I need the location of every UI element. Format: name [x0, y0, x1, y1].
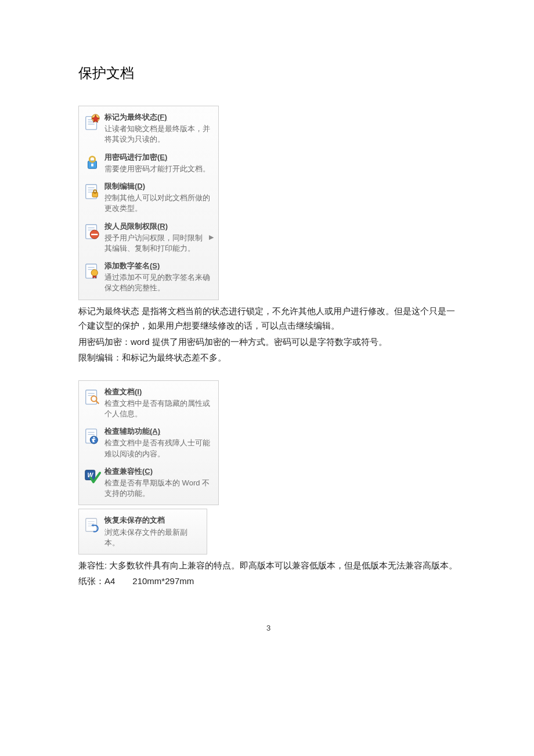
- menu-item-restrict-permission[interactable]: 按人员限制权限(R) 授予用户访问权限，同时限制其编辑、复制和打印能力。 ▶: [79, 218, 218, 258]
- restrict-edit-icon: [84, 182, 101, 200]
- paragraph: 纸张：A4 210mm*297mm: [78, 574, 459, 589]
- mark-final-icon: [84, 113, 101, 131]
- svg-point-32: [93, 437, 95, 439]
- menu-item-restrict-edit[interactable]: 限制编辑(D) 控制其他人可以对此文档所做的更改类型。: [79, 178, 218, 218]
- menu-item-mark-final[interactable]: 标记为最终状态(F) 让读者知晓文档是最终版本，并将其设为只读的。: [79, 109, 218, 149]
- paragraph: 用密码加密：word 提供了用密码加密的一种方式。密码可以是字符数字或符号。: [78, 334, 459, 350]
- menu-title: 恢复未保存的文档: [104, 515, 202, 525]
- menu-desc: 需要使用密码才能打开此文档。: [104, 164, 214, 174]
- paragraph: 标记为最终状态 是指将文档当前的状态进行锁定，不允许其他人或用户进行修改。但是这…: [78, 304, 459, 333]
- menu-title: 检查文档(I): [104, 387, 214, 397]
- svg-rect-6: [89, 156, 95, 161]
- accessibility-icon: [84, 427, 101, 445]
- menu-desc: 检查是否有早期版本的 Word 不支持的功能。: [104, 478, 214, 499]
- compatibility-icon: W: [84, 467, 101, 485]
- protect-panel: 标记为最终状态(F) 让读者知晓文档是最终版本，并将其设为只读的。 用密码进行加…: [78, 106, 219, 300]
- recover-panel: 恢复未保存的文档 浏览未保存文件的最新副本。: [78, 509, 207, 555]
- svg-rect-18: [91, 233, 98, 235]
- menu-item-compatibility[interactable]: W 检查兼容性(C) 检查是否有早期版本的 Word 不支持的功能。: [79, 463, 218, 503]
- menu-desc: 通过添加不可见的数字签名来确保文档的完整性。: [104, 272, 214, 293]
- menu-desc: 让读者知晓文档是最终版本，并将其设为只读的。: [104, 124, 214, 145]
- menu-item-digital-sign[interactable]: 添加数字签名(S) 通过添加不可见的数字签名来确保文档的完整性。: [79, 257, 218, 297]
- inspect-doc-icon: [84, 388, 101, 405]
- menu-title: 按人员限制权限(R): [104, 221, 208, 232]
- menu-desc: 检查文档中是否有隐藏的属性或个人信息。: [104, 398, 214, 419]
- submenu-arrow-icon: ▶: [209, 233, 214, 241]
- menu-item-encrypt[interactable]: 用密码进行加密(E) 需要使用密码才能打开此文档。: [79, 149, 218, 178]
- recover-icon: [84, 516, 101, 534]
- svg-rect-7: [91, 163, 93, 166]
- svg-point-22: [91, 269, 98, 276]
- paragraph: 限制编辑：和标记为最终状态差不多。: [78, 350, 459, 365]
- check-panel: 检查文档(I) 检查文档中是否有隐藏的属性或个人信息。 检查辅助功能(A): [78, 380, 219, 506]
- menu-item-recover[interactable]: 恢复未保存的文档 浏览未保存文件的最新副本。: [79, 512, 207, 552]
- menu-item-accessibility[interactable]: 检查辅助功能(A) 检查文档中是否有残障人士可能难以阅读的内容。: [79, 423, 218, 463]
- menu-desc: 检查文档中是否有残障人士可能难以阅读的内容。: [104, 438, 214, 459]
- menu-desc: 控制其他人可以对此文档所做的更改类型。: [104, 193, 214, 214]
- menu-title: 限制编辑(D): [104, 181, 214, 192]
- page-number: 3: [78, 624, 459, 632]
- digital-sign-icon: [84, 262, 101, 279]
- menu-title: 检查辅助功能(A): [104, 426, 214, 437]
- menu-title: 添加数字签名(S): [104, 261, 214, 271]
- menu-desc: 浏览未保存文件的最新副本。: [104, 527, 202, 548]
- menu-title: 用密码进行加密(E): [104, 152, 214, 163]
- page-title: 保护文档: [78, 64, 459, 82]
- page: 保护文档 标记为最终状态(F) 让读者知晓文档是最终版本，并将其设为只读的。: [0, 0, 534, 656]
- menu-title: 标记为最终状态(F): [104, 112, 214, 123]
- encrypt-icon: [84, 153, 101, 171]
- menu-item-inspect-doc[interactable]: 检查文档(I) 检查文档中是否有隐藏的属性或个人信息。: [79, 383, 218, 423]
- paragraph: 兼容性: 大多数软件具有向上兼容的特点。即高版本可以兼容低版本，但是低版本无法兼…: [78, 558, 459, 573]
- menu-title: 检查兼容性(C): [104, 466, 214, 477]
- menu-desc: 授予用户访问权限，同时限制其编辑、复制和打印能力。: [104, 233, 208, 254]
- restrict-permission-icon: [84, 222, 101, 240]
